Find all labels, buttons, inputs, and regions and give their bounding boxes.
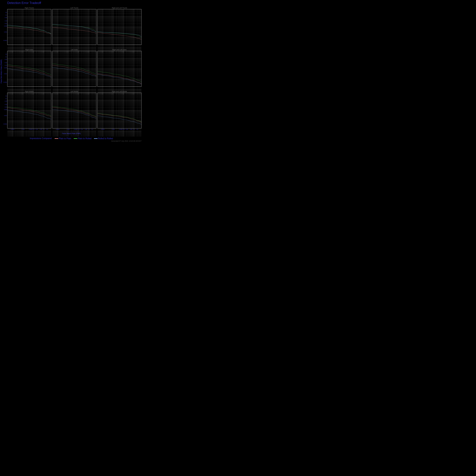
- x-ticks: 0.00010.0010.0050.010.020.050.10.2: [7, 129, 51, 131]
- x-tick-label: 0.0001: [11, 129, 15, 130]
- x-tick-label: 0.01: [32, 129, 35, 130]
- page-title: Detection Error Tradeoff: [7, 1, 41, 5]
- y-tick-label: 0.001: [4, 115, 7, 116]
- facet-panel: Right Index0.00010.0010.0050.010.020.050…: [7, 49, 51, 88]
- x-ticks: 0.00010.0010.0050.010.020.050.10.2: [98, 129, 141, 131]
- panel-title: Right and Left Index: [98, 49, 141, 51]
- legend-title: Impressions Compared: [30, 137, 51, 139]
- generated-timestamp: Generated 07 July 2024, 10:42:48 AM EDT: [111, 140, 141, 142]
- panel-title: Left Index: [52, 49, 96, 51]
- x-tick-label: 0.01: [77, 129, 80, 130]
- series-line: [98, 32, 141, 36]
- facet-panel: Left Index: [52, 49, 96, 88]
- x-tick-label: 0.005: [74, 129, 77, 130]
- y-tick-label: 0.1: [5, 98, 7, 99]
- legend-label: Rolled to Rolled: [98, 137, 113, 140]
- y-ticks: 0.00010.0010.0050.010.020.050.10.2: [2, 9, 7, 45]
- y-tick-label: 0.1: [5, 56, 7, 57]
- panel-title: Right Middle: [7, 91, 51, 92]
- x-tick-label: 0.005: [29, 129, 32, 130]
- series-line: [7, 110, 51, 119]
- x-tick-label: 0.001: [112, 129, 115, 130]
- x-tick-label: 0.2: [91, 129, 93, 130]
- series-line: [52, 24, 96, 32]
- series-line: [7, 25, 51, 34]
- plot-area: [98, 9, 141, 45]
- series-line: [98, 113, 141, 122]
- plot-area: [7, 51, 51, 87]
- series-line: [52, 107, 96, 117]
- panel-title: Right and Left Middle: [98, 91, 141, 92]
- y-tick-label: 0.0001: [3, 123, 7, 125]
- panel-title: Left Thumb: [52, 7, 96, 9]
- x-tick-label: 0.02: [81, 129, 83, 130]
- legend: Impressions Compared Plain to PlainPlain…: [0, 137, 143, 140]
- y-tick-label: 0.02: [5, 20, 7, 21]
- x-tick-label: 0.001: [22, 129, 25, 130]
- plot-area: [7, 9, 51, 45]
- y-tick-label: 0.2: [5, 12, 7, 13]
- x-tick-label: 0.01: [122, 129, 125, 130]
- panel-title: Left Middle: [52, 91, 96, 92]
- y-tick-label: 0.02: [5, 104, 7, 105]
- plot-area: [98, 51, 141, 87]
- y-tick-label: 0.05: [5, 17, 7, 18]
- panel-title: Right and Left Thumb: [98, 7, 141, 9]
- y-tick-label: 0.02: [5, 62, 7, 63]
- x-tick-label: 0.1: [43, 129, 45, 130]
- y-tick-label: 0.005: [4, 25, 7, 27]
- y-tick-label: 0.01: [5, 65, 7, 66]
- series-line: [52, 68, 96, 76]
- x-tick-label: 0.05: [40, 129, 42, 130]
- x-tick-label: 0.02: [35, 129, 38, 130]
- facet-panel: Left Thumb: [52, 7, 96, 47]
- y-tick-label: 0.01: [5, 106, 7, 108]
- panel-title: Right Thumb: [7, 7, 51, 9]
- series-line: [7, 108, 51, 117]
- x-tick-label: 0.02: [126, 129, 128, 130]
- legend-label: Plain to Rolled: [78, 137, 91, 140]
- series-line: [98, 74, 141, 84]
- x-tick-label: 0.2: [46, 129, 48, 130]
- plot-area: [52, 93, 96, 128]
- x-tick-label: 0.0001: [101, 129, 105, 130]
- series-line: [98, 71, 141, 82]
- y-ticks: 0.00010.0010.0050.010.020.050.10.2: [2, 51, 7, 87]
- x-tick-label: 0.005: [119, 129, 122, 130]
- x-tick-label: 0.05: [85, 129, 87, 130]
- legend-swatch: [74, 138, 77, 139]
- legend-swatch: [94, 138, 98, 139]
- y-tick-label: 0.001: [4, 73, 7, 74]
- series-line: [52, 65, 96, 76]
- facet-panel: Right and Left Middle0.00010.0010.0050.0…: [98, 91, 141, 130]
- plot-area: [98, 93, 141, 128]
- legend-swatch: [55, 138, 58, 139]
- series-line: [52, 27, 96, 34]
- y-tick-label: 0.0001: [3, 40, 7, 41]
- series-line: [98, 32, 141, 37]
- series-line: [98, 33, 141, 39]
- x-tick-label: 0.05: [130, 129, 132, 130]
- y-tick-label: 0.2: [5, 53, 7, 55]
- facet-grid: Right Thumb0.00010.0010.0050.010.020.050…: [7, 7, 141, 130]
- y-ticks: 0.00010.0010.0050.010.020.050.10.2: [2, 93, 7, 128]
- series-line: [7, 107, 51, 116]
- y-tick-label: 0.01: [5, 23, 7, 24]
- plot-area: [52, 51, 96, 87]
- series-line: [52, 110, 96, 119]
- legend-label: Plain to Plain: [59, 137, 71, 140]
- plot-area: [52, 9, 96, 45]
- x-tick-label: 0.2: [136, 129, 138, 130]
- x-tick-label: 0.0001: [56, 129, 60, 130]
- facet-panel: Right Middle0.00010.0010.0050.010.020.05…: [7, 91, 51, 130]
- series-line: [7, 66, 51, 76]
- y-tick-label: 0.05: [5, 101, 7, 102]
- facet-panel: Left Middle0.00010.0010.0050.010.020.050…: [52, 91, 96, 130]
- y-tick-label: 0.2: [5, 95, 7, 97]
- y-tick-label: 0.0001: [3, 82, 7, 83]
- x-ticks: 0.00010.0010.0050.010.020.050.10.2: [52, 129, 96, 131]
- series-line: [98, 74, 141, 84]
- x-tick-label: 0.1: [88, 129, 90, 130]
- x-tick-label: 0.001: [67, 129, 70, 130]
- series-line: [7, 27, 51, 34]
